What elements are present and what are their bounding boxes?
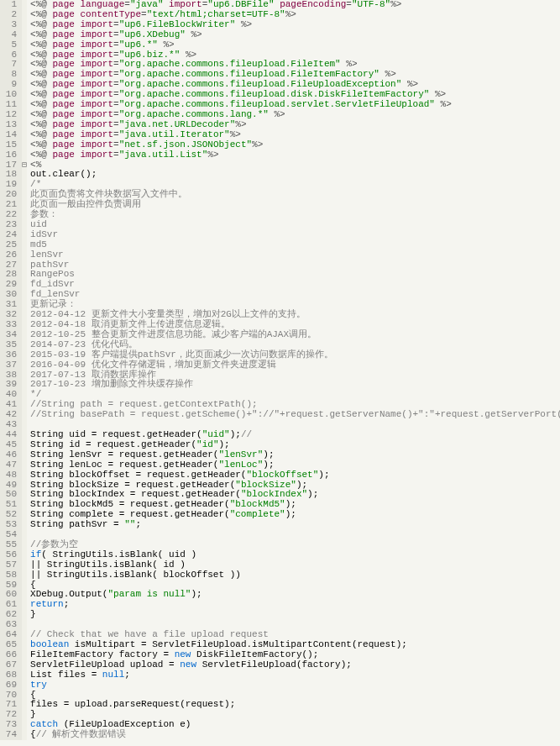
line-number: 26 xyxy=(0,250,17,260)
line-number: 15 xyxy=(0,140,17,150)
code-content[interactable]: <%@ page language="java" import="up6.DBF… xyxy=(27,0,560,740)
code-line[interactable]: List files = null; xyxy=(30,670,560,680)
code-line[interactable]: || StringUtils.isBlank( blockOffset )) xyxy=(30,570,560,581)
code-line[interactable]: out.clear(); xyxy=(30,170,560,180)
code-line[interactable]: String pathSvr = ""; xyxy=(30,520,560,530)
line-number: 5 xyxy=(0,40,17,50)
line-number: 4 xyxy=(0,30,17,40)
line-number: 58 xyxy=(0,570,17,581)
code-line[interactable]: 2017-10-23 增加删除文件块缓存操作 xyxy=(30,380,560,390)
code-line[interactable]: try xyxy=(30,680,560,691)
line-number-gutter: 1234567891011121314151617181920212223242… xyxy=(0,0,22,740)
line-number: 74 xyxy=(0,730,17,740)
code-line[interactable]: {// 解析文件数据错误 xyxy=(30,730,560,740)
code-line[interactable]: RangePos xyxy=(30,270,560,280)
line-number: 14 xyxy=(0,130,17,140)
line-number: 45 xyxy=(0,440,17,450)
code-line[interactable]: } xyxy=(30,610,560,620)
code-line[interactable]: 参数： xyxy=(30,210,560,220)
code-line[interactable] xyxy=(30,530,560,540)
code-line[interactable]: 此页面一般由控件负责调用 xyxy=(30,200,560,210)
line-number: 13 xyxy=(0,120,17,130)
code-line[interactable]: <%@ page import="java.util.List"%> xyxy=(30,150,560,160)
line-number: 57 xyxy=(0,560,17,570)
code-line[interactable]: return; xyxy=(30,600,560,610)
line-number: 25 xyxy=(0,240,17,250)
line-number: 37 xyxy=(0,360,17,370)
code-line[interactable]: md5 xyxy=(30,240,560,250)
line-number: 69 xyxy=(0,680,17,691)
line-number: 67 xyxy=(0,660,17,670)
code-line[interactable]: XDebug.Output("param is null"); xyxy=(30,590,560,600)
line-number: 48 xyxy=(0,470,17,481)
code-line[interactable]: uid xyxy=(30,220,560,230)
line-number: 36 xyxy=(0,350,17,360)
line-number: 47 xyxy=(0,460,17,470)
line-number: 68 xyxy=(0,670,17,680)
code-line[interactable]: pathSvr xyxy=(30,260,560,271)
line-number: 46 xyxy=(0,450,17,460)
line-number: 3 xyxy=(0,20,17,30)
code-line[interactable]: idSvr xyxy=(30,230,560,240)
code-line[interactable]: //String basePath = request.getScheme()+… xyxy=(30,410,560,420)
line-number: 16 xyxy=(0,150,17,160)
code-editor[interactable]: 1234567891011121314151617181920212223242… xyxy=(0,0,560,740)
line-number: 24 xyxy=(0,230,17,240)
line-number: 35 xyxy=(0,340,17,350)
code-line[interactable]: files = upload.parseRequest(request); xyxy=(30,700,560,710)
code-line[interactable]: fd_idSvr xyxy=(30,280,560,290)
code-line[interactable]: <% xyxy=(30,160,560,171)
line-number: 56 xyxy=(0,550,17,560)
code-line[interactable]: fd_lenSvr xyxy=(30,290,560,300)
code-line[interactable]: lenSvr xyxy=(30,250,560,260)
